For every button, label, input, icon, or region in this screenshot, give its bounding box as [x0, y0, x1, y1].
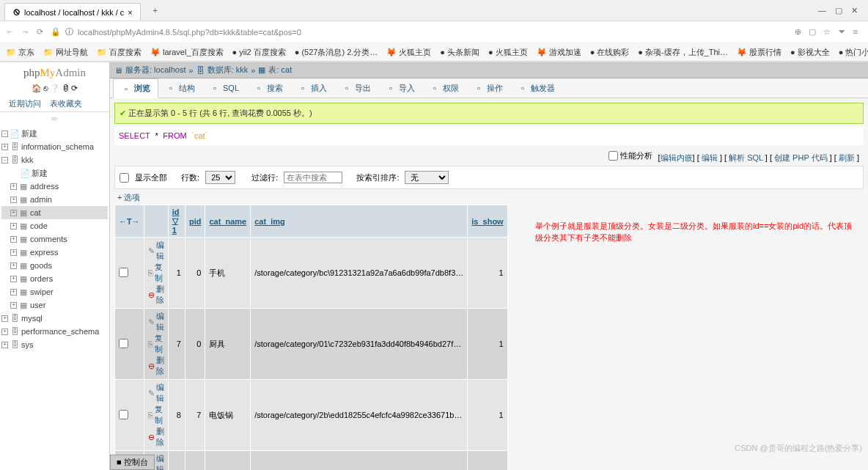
tab-SQL[interactable]: ▫SQL	[202, 78, 246, 98]
bookmark-item[interactable]: ●热门小说	[839, 47, 868, 58]
col-is_show[interactable]: is_show	[468, 205, 507, 238]
edit-inline-link[interactable]: 编辑内嵌	[661, 153, 693, 162]
tab-插入[interactable]: ▫插入	[290, 78, 334, 98]
tree-item-新建[interactable]: 📄新建	[1, 166, 108, 180]
tree-item-swiper[interactable]: +▦swiper	[1, 285, 108, 298]
tree-item-mysql[interactable]: +🗄mysql	[1, 312, 108, 325]
tree-item-express[interactable]: +▦express	[1, 246, 108, 259]
tab-触发器[interactable]: ▫触发器	[510, 78, 562, 98]
tree-item-cat[interactable]: +▦cat	[1, 206, 108, 219]
reload-button[interactable]: ⟳	[37, 27, 43, 37]
crumb-db[interactable]: 数据库: kkk	[207, 65, 249, 76]
pocket-icon[interactable]: ⏷	[838, 27, 846, 37]
col-←T→[interactable]: ←T→	[115, 205, 144, 238]
bookmark-item[interactable]: 🦊股票行情	[737, 47, 781, 58]
perf-checkbox[interactable]	[608, 151, 618, 161]
row-checkbox[interactable]	[119, 268, 128, 277]
reload-nav-icon[interactable]: ⟳	[71, 84, 78, 93]
bookmark-item[interactable]: ●头条新闻	[440, 47, 479, 58]
sql-icon[interactable]: 🛢	[62, 84, 70, 93]
tree-item-新建[interactable]: -📄新建	[1, 127, 108, 140]
menu-icon[interactable]: ≡	[853, 27, 858, 37]
table-icon: ▦	[258, 65, 265, 75]
col-[interactable]	[144, 205, 168, 238]
bookmark-item[interactable]: 📁百度搜索	[97, 47, 141, 58]
tab-浏览[interactable]: ▫浏览	[113, 78, 158, 98]
bookmark-item[interactable]: 📁京东	[6, 47, 34, 58]
download-icon[interactable]: ⊕	[795, 27, 801, 37]
row-checkbox[interactable]	[119, 410, 128, 419]
window-close[interactable]: ✕	[851, 6, 858, 15]
tree-item-information_schema[interactable]: +🗄information_schema	[1, 140, 108, 153]
window-maximize[interactable]: ▢	[835, 6, 842, 15]
docs-icon[interactable]: ❔	[50, 84, 60, 93]
url-text[interactable]: localhost/phpMyAdmin4.8.5/sql.php?db=kkk…	[78, 28, 301, 37]
row-edit[interactable]: 编辑	[148, 240, 164, 262]
tree-item-comments[interactable]: +▦comments	[1, 232, 108, 246]
filter-input[interactable]	[284, 172, 342, 183]
row-copy[interactable]: 复制	[148, 404, 164, 426]
row-checkbox[interactable]	[119, 339, 128, 348]
col-cat_name[interactable]: cat_name	[205, 205, 251, 238]
home-icon[interactable]: 🏠	[32, 84, 42, 93]
show-all-checkbox[interactable]	[119, 173, 129, 183]
row-delete[interactable]: 删除	[148, 355, 164, 377]
console-toggle[interactable]: ■ 控制台	[110, 455, 155, 470]
favorites-tab[interactable]: 表收藏夹	[45, 96, 87, 111]
create-php-link[interactable]: 创建 PHP 代码	[774, 153, 828, 162]
col-cat_img[interactable]: cat_img	[251, 205, 468, 238]
tree-item-admin[interactable]: +▦admin	[1, 193, 108, 206]
bookmark-item[interactable]: ●影视大全	[790, 47, 830, 58]
bookmark-item[interactable]: 🦊laravel_百度搜索	[150, 47, 224, 58]
bookmark-item[interactable]: 📁网址导航	[43, 47, 88, 58]
table-row: 编辑 复制 删除70厨具/storage/category/01\c7232eb…	[115, 309, 508, 380]
col-id[interactable]: id ▽ 1	[168, 205, 185, 238]
bookmark-item[interactable]: ●火狐主页	[488, 47, 528, 58]
tab-导出[interactable]: ▫导出	[334, 78, 378, 98]
row-copy[interactable]: 复制	[148, 262, 164, 284]
bookmark-icon[interactable]: ☆	[823, 27, 831, 37]
forward-button[interactable]: →	[21, 27, 29, 37]
tree-item-address[interactable]: +▦address	[1, 180, 108, 193]
crumb-server[interactable]: 服务器: localhost	[125, 65, 186, 76]
browser-tab[interactable]: 🛇 localhost / localhost / kkk / c ×	[4, 3, 141, 21]
tree-item-orders[interactable]: +▦orders	[1, 272, 108, 285]
refresh-link[interactable]: 刷新	[839, 153, 855, 162]
row-delete[interactable]: 删除	[148, 426, 164, 448]
bookmark-item[interactable]: ●(527条消息) 2.分类…	[295, 47, 378, 58]
sort-select[interactable]: 无	[405, 171, 449, 184]
bookmark-item[interactable]: ●在线购彩	[590, 47, 630, 58]
bookmark-item[interactable]: ●杂项-缓存，上传_Thi…	[638, 47, 728, 58]
window-minimize[interactable]: —	[818, 6, 826, 15]
tree-item-goods[interactable]: +▦goods	[1, 259, 108, 272]
new-tab-button[interactable]: +	[147, 6, 164, 15]
row-edit[interactable]: 编辑	[148, 382, 164, 404]
rows-select[interactable]: 25	[205, 171, 235, 184]
logout-icon[interactable]: ⎋	[43, 84, 48, 93]
options-link[interactable]: + 选项	[117, 193, 140, 202]
bookmark-item[interactable]: 🦊游戏加速	[537, 47, 581, 58]
row-copy[interactable]: 复制	[148, 333, 164, 355]
tree-item-code[interactable]: +▦code	[1, 219, 108, 232]
col-pid[interactable]: pid	[185, 205, 205, 238]
row-delete[interactable]: 删除	[148, 284, 164, 306]
tab-权限[interactable]: ▫权限	[422, 78, 466, 98]
tree-item-kkk[interactable]: -🗄kkk	[1, 153, 108, 166]
close-tab-icon[interactable]: ×	[128, 8, 132, 17]
tab-操作[interactable]: ▫操作	[466, 78, 510, 98]
tree-item-sys[interactable]: +🗄sys	[1, 338, 108, 351]
screenshot-icon[interactable]: ▢	[809, 27, 816, 37]
parse-sql-link[interactable]: 解析 SQL	[729, 153, 763, 162]
back-button[interactable]: ←	[6, 27, 14, 37]
row-edit[interactable]: 编辑	[148, 311, 164, 333]
tab-搜索[interactable]: ▫搜索	[246, 78, 290, 98]
tab-结构[interactable]: ▫结构	[158, 78, 202, 98]
tree-item-performance_schema[interactable]: +🗄performance_schema	[1, 325, 108, 338]
edit-link[interactable]: 编辑	[702, 153, 718, 162]
recent-tab[interactable]: 近期访问	[4, 96, 45, 111]
tab-导入[interactable]: ▫导入	[378, 78, 422, 98]
bookmark-item[interactable]: ●yii2 百度搜索	[232, 47, 286, 58]
tree-item-user[interactable]: +▦user	[1, 298, 108, 312]
bookmark-item[interactable]: 🦊火狐主页	[386, 47, 431, 58]
crumb-table[interactable]: 表: cat	[268, 65, 292, 76]
